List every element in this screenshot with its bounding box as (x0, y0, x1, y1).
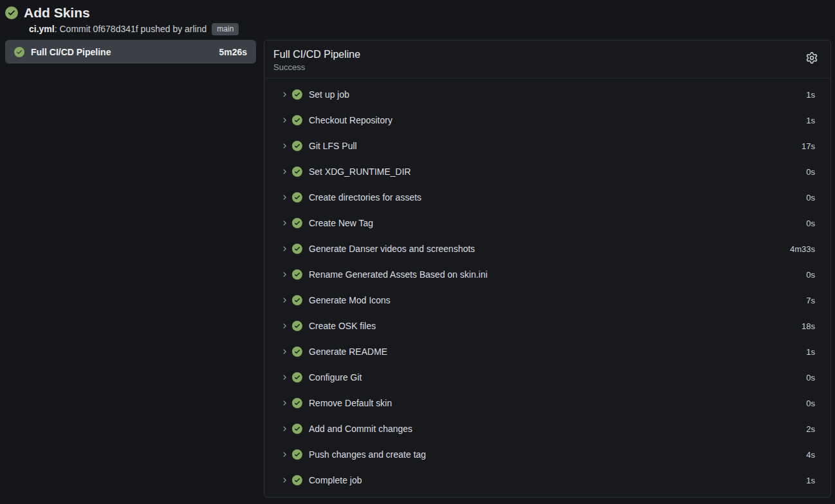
step-check-circle-icon (292, 449, 302, 460)
chevron-right-icon[interactable] (280, 425, 292, 433)
step-check-circle-icon (292, 269, 302, 280)
step-row[interactable]: Set up job 1s (280, 82, 815, 107)
step-duration: 0s (806, 270, 815, 280)
step-row[interactable]: Git LFS Pull 17s (280, 133, 815, 159)
step-duration: 0s (806, 219, 815, 228)
job-name: Full CI/CD Pipeline (31, 47, 212, 57)
step-name: Complete job (309, 475, 362, 485)
step-duration: 1s (806, 476, 815, 485)
chevron-right-icon[interactable] (280, 399, 292, 407)
step-name: Create directories for assets (309, 192, 421, 203)
step-duration: 0s (806, 399, 815, 408)
commit-sha[interactable]: 0f678d341f (93, 24, 138, 35)
step-check-circle-icon (292, 346, 302, 357)
jobs-sidebar: Full CI/CD Pipeline 5m26s (5, 40, 256, 64)
step-duration: 17s (802, 141, 815, 151)
workflow-file-link[interactable]: ci.yml (29, 24, 55, 35)
step-row[interactable]: Add and Commit changes 2s (280, 416, 815, 442)
run-status-check-circle-icon (5, 6, 18, 19)
step-name: Create New Tag (309, 218, 373, 228)
chevron-right-icon[interactable] (280, 91, 292, 98)
chevron-right-icon[interactable] (280, 451, 292, 458)
step-check-circle-icon (292, 321, 302, 331)
step-name: Remove Default skin (309, 398, 392, 408)
chevron-right-icon[interactable] (280, 476, 292, 484)
run-header: Add Skins ci.yml: Commit 0f678d341f push… (0, 0, 835, 35)
job-duration: 5m26s (219, 47, 247, 57)
step-row[interactable]: Configure Git 0s (280, 364, 815, 390)
step-row[interactable]: Checkout Repository 1s (280, 107, 815, 133)
step-duration: 4m33s (790, 244, 815, 254)
job-check-circle-icon (14, 47, 24, 57)
chevron-right-icon[interactable] (280, 142, 292, 150)
step-duration: 4s (806, 450, 815, 460)
subtitle-separator: : Commit (55, 24, 93, 35)
step-name: Rename Generated Assets Based on skin.in… (309, 269, 488, 280)
step-name: Push changes and create tag (309, 449, 426, 460)
step-check-circle-icon (292, 89, 302, 100)
job-panel-title: Full CI/CD Pipeline (273, 48, 360, 61)
step-row[interactable]: Create OSK files 18s (280, 313, 815, 339)
step-duration: 1s (806, 90, 815, 100)
chevron-right-icon[interactable] (280, 322, 292, 330)
step-name: Generate Mod Icons (309, 295, 390, 305)
step-row[interactable]: Set XDG_RUNTIME_DIR 0s (280, 159, 815, 184)
step-name: Generate README (309, 346, 387, 357)
step-duration: 18s (802, 321, 815, 331)
step-check-circle-icon (292, 115, 302, 125)
chevron-right-icon[interactable] (280, 374, 292, 381)
chevron-right-icon[interactable] (280, 296, 292, 304)
step-duration: 1s (806, 116, 815, 125)
chevron-right-icon[interactable] (280, 348, 292, 356)
step-name: Checkout Repository (309, 115, 392, 125)
step-name: Create OSK files (309, 321, 376, 331)
step-duration: 0s (806, 193, 815, 203)
step-row[interactable]: Push changes and create tag 4s (280, 442, 815, 467)
run-title-row: Add Skins (5, 4, 830, 21)
step-duration: 0s (806, 167, 815, 177)
step-name: Add and Commit changes (309, 424, 412, 434)
step-row[interactable]: Complete job 1s (280, 467, 815, 493)
step-duration: 7s (806, 296, 815, 305)
step-duration: 1s (806, 347, 815, 357)
step-check-circle-icon (292, 424, 302, 434)
job-panel: Full CI/CD Pipeline Success (264, 40, 831, 498)
step-name: Set XDG_RUNTIME_DIR (309, 166, 411, 177)
job-status-text: Success (273, 62, 360, 72)
step-row[interactable]: Create directories for assets 0s (280, 184, 815, 210)
chevron-right-icon[interactable] (280, 168, 292, 176)
run-title: Add Skins (24, 4, 90, 21)
job-panel-heading: Full CI/CD Pipeline Success (273, 48, 360, 72)
step-row[interactable]: Rename Generated Assets Based on skin.in… (280, 262, 815, 287)
step-row[interactable]: Create New Tag 0s (280, 210, 815, 236)
subtitle-suffix: pushed by arlind (138, 24, 207, 35)
step-name: Configure Git (309, 372, 362, 382)
chevron-right-icon[interactable] (280, 271, 292, 278)
step-check-circle-icon (292, 192, 302, 203)
step-row[interactable]: Generate README 1s (280, 339, 815, 364)
step-name: Generate Danser videos and screenshots (309, 244, 475, 254)
step-check-circle-icon (292, 398, 302, 408)
gear-icon[interactable] (806, 52, 818, 64)
step-duration: 2s (806, 424, 815, 434)
job-item-full-ci-cd-pipeline[interactable]: Full CI/CD Pipeline 5m26s (5, 40, 256, 64)
step-row[interactable]: Remove Default skin 0s (280, 390, 815, 416)
step-check-circle-icon (292, 475, 302, 485)
chevron-right-icon[interactable] (280, 116, 292, 124)
step-row[interactable]: Generate Mod Icons 7s (280, 287, 815, 313)
steps-list: Set up job 1s Checkout Repository 1s (264, 78, 830, 493)
step-check-circle-icon (292, 166, 302, 177)
chevron-right-icon[interactable] (280, 194, 292, 201)
run-content: Full CI/CD Pipeline 5m26s Full CI/CD Pip… (0, 40, 835, 498)
chevron-right-icon[interactable] (280, 245, 292, 253)
step-check-circle-icon (292, 372, 302, 382)
branch-badge[interactable]: main (212, 23, 239, 35)
job-panel-header: Full CI/CD Pipeline Success (264, 40, 830, 78)
step-duration: 0s (806, 373, 815, 382)
step-row[interactable]: Generate Danser videos and screenshots 4… (280, 236, 815, 262)
step-name: Set up job (309, 89, 349, 100)
chevron-right-icon[interactable] (280, 219, 292, 227)
step-check-circle-icon (292, 244, 302, 254)
step-check-circle-icon (292, 218, 302, 228)
run-subtitle: ci.yml: Commit 0f678d341f pushed by arli… (29, 23, 830, 35)
